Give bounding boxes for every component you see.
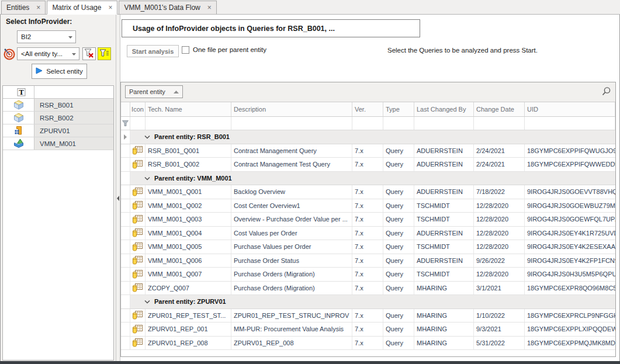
start-analysis-button[interactable]: Start analysis — [127, 45, 179, 57]
filter-cell-ver[interactable] — [352, 117, 383, 130]
group-header-cell[interactable]: Parent entity: ZPURV01 — [130, 295, 615, 308]
cell-ver: 7.x — [352, 254, 383, 268]
cell-type: Query — [383, 240, 414, 254]
one-file-checkbox-label: One file per parent entity — [193, 46, 266, 53]
entity-row-zpurv01[interactable]: ZPURV01 — [3, 124, 113, 137]
row-indicator — [121, 309, 130, 323]
table-row[interactable]: VMM_M001_Q001Backlog Overview7.xQueryADU… — [121, 185, 615, 199]
cell-tech: VMM_M001_Q003 — [146, 213, 231, 226]
group-header-cell[interactable]: Parent entity: RSR_B001 — [130, 130, 615, 144]
one-file-checkbox[interactable] — [182, 46, 189, 54]
group-row-parent-entity-zpurv01[interactable]: Parent entity: ZPURV01 — [121, 295, 615, 309]
table-row[interactable]: VMM_M001_Q005Purchase Values per Order7.… — [121, 240, 615, 254]
table-row[interactable]: VMM_M001_Q003Overview - Purchase Order V… — [121, 213, 615, 227]
adso-icon — [3, 124, 34, 137]
sidebar-splitter[interactable] — [116, 15, 120, 361]
tab-vmm-m001-s-data-flow[interactable]: VMM_M001's Data Flow× — [119, 1, 216, 14]
cell-uid: 18GYMPC6EXPRCLP9NFGGH9... — [525, 309, 615, 323]
select-entity-button[interactable]: Select entity — [32, 64, 87, 79]
entity-type-combo[interactable]: <All entity ty... — [17, 47, 79, 60]
query-icon — [130, 199, 146, 213]
collapse-left-icon[interactable] — [117, 193, 120, 203]
filter-cell-description[interactable] — [231, 117, 352, 130]
cell-tech: ZPURV01_REP_008 — [146, 337, 231, 350]
cell-desc: ZPURV01_REP_008 — [231, 337, 352, 350]
table-row[interactable]: VMM_M001_Q004Cost Values per Order7.xQue… — [121, 227, 615, 241]
cell-type: Query — [383, 309, 414, 323]
tab-close-icon[interactable]: × — [108, 5, 112, 11]
cell-uid: 9IROG4JRJS0GOEVVT88VHQR... — [525, 185, 615, 199]
table-row[interactable]: ZPURV01_REP_001MM-PUR: Procurement Value… — [121, 323, 615, 337]
column-header-ver[interactable]: Ver. — [352, 102, 383, 116]
entity-name: RSR_B002 — [34, 112, 113, 124]
text-filter-icon[interactable]: T — [3, 86, 34, 98]
system-combo[interactable]: BI2 — [17, 30, 76, 43]
tab-close-icon[interactable]: × — [207, 5, 212, 11]
entity-row-vmm-m001[interactable]: VMM_M001 — [3, 137, 113, 150]
table-row[interactable]: VMM_M001_Q007Purchase Orders (Migration)… — [121, 268, 615, 282]
entity-row-rsr-b001[interactable]: RSR_B001 — [3, 99, 113, 112]
column-header-last-changed-by[interactable]: Last Changed By — [414, 102, 474, 116]
column-header-icon[interactable]: Icon — [130, 102, 146, 116]
table-row[interactable]: ZCOPY_Q007Purchase Orders (Migration)7.x… — [121, 282, 615, 296]
table-row[interactable]: ZPUR01_REP_TEST_ST...ZPUR01_REP_TEST_STR… — [121, 309, 615, 323]
group-row-parent-entity-vmm-m001[interactable]: Parent entity: VMM_M001 — [121, 172, 615, 186]
cell-type: Query — [383, 282, 414, 295]
chevron-down-icon[interactable] — [144, 298, 150, 305]
cell-date: 12/28/2020 — [474, 199, 525, 213]
table-row[interactable]: RSR_B001_Q001Contract Management Query7.… — [121, 144, 615, 158]
group-row-parent-entity-rsr-b001[interactable]: Parent entity: RSR_B001 — [121, 130, 615, 144]
filter-cell-type[interactable] — [383, 117, 414, 130]
tab-label: Entities — [6, 4, 29, 12]
group-label: Parent entity: VMM_M001 — [154, 175, 232, 182]
clear-filter-button[interactable] — [82, 47, 96, 60]
chevron-down-icon — [68, 33, 73, 40]
row-indicator — [121, 227, 130, 240]
chevron-down-icon — [71, 50, 77, 57]
column-header-description[interactable]: Description — [231, 102, 352, 116]
cell-by: TSCHMIDT — [414, 199, 474, 213]
row-indicator — [121, 323, 130, 336]
tab-bar: Entities×Matrix of Usage×VMM_M001's Data… — [0, 0, 620, 15]
entity-row-rsr-b002[interactable]: RSR_B002 — [3, 112, 113, 124]
cell-uid: 9IROG4JRJS0GOEWBUZ79ME... — [525, 199, 615, 213]
column-header-uid[interactable]: UID — [525, 102, 615, 116]
cell-date: 12/28/2020 — [474, 213, 525, 226]
group-by-chip[interactable]: Parent entity — [125, 85, 183, 98]
filter-cell-icon[interactable] — [130, 117, 146, 130]
cell-desc: Cost Center Overview1 — [231, 199, 352, 213]
table-row[interactable]: VMM_M001_Q006Purchase Order Status7.xQue… — [121, 254, 615, 268]
cell-uid: 9IROG4JRJS0EY4K2ESEXAAHNV — [525, 240, 615, 254]
column-header-type[interactable]: Type — [383, 102, 414, 116]
search-icon[interactable] — [601, 86, 611, 99]
query-icon — [130, 282, 146, 295]
entity-list-header[interactable]: T — [3, 86, 113, 99]
cell-ver: 7.x — [352, 268, 383, 281]
column-header-tech-name[interactable]: Tech. Name — [146, 102, 231, 116]
tab-entities[interactable]: Entities× — [1, 1, 46, 14]
column-header-change-date[interactable]: Change Date — [474, 102, 525, 116]
tab-label: VMM_M001's Data Flow — [124, 4, 200, 12]
query-icon — [130, 158, 146, 171]
target-icon — [2, 47, 16, 60]
chevron-down-icon[interactable] — [144, 175, 150, 182]
filter-cell-tech-name[interactable] — [146, 117, 231, 130]
cell-by: TSCHMIDT — [414, 240, 474, 254]
filter-cell-uid[interactable] — [525, 117, 615, 130]
tab-matrix-of-usage[interactable]: Matrix of Usage× — [47, 1, 117, 15]
filter-cell-change-date[interactable] — [474, 117, 525, 130]
group-header-cell[interactable]: Parent entity: VMM_M001 — [130, 172, 615, 185]
cell-tech: VMM_M001_Q004 — [146, 227, 231, 240]
chevron-down-icon[interactable] — [144, 133, 150, 140]
cell-by: ADUERRSTEIN — [414, 158, 474, 171]
table-row[interactable]: VMM_M001_Q002Cost Center Overview17.xQue… — [121, 199, 615, 213]
filter-cell-last-changed-by[interactable] — [414, 117, 474, 130]
filter-button[interactable] — [98, 47, 111, 60]
row-indicator — [121, 130, 130, 144]
table-row[interactable]: ZPURV01_REP_008ZPURV01_REP_0087.xQueryMH… — [121, 337, 615, 351]
tab-close-icon[interactable]: × — [36, 5, 40, 11]
table-row[interactable]: RSR_B001_Q002Contract Management Test Qu… — [121, 158, 615, 172]
entity-list-header-cell[interactable] — [34, 86, 113, 98]
cell-uid: 9IROG4JRJS0EY4K2FP1FCN94C — [525, 254, 615, 268]
cell-type: Query — [383, 213, 414, 226]
